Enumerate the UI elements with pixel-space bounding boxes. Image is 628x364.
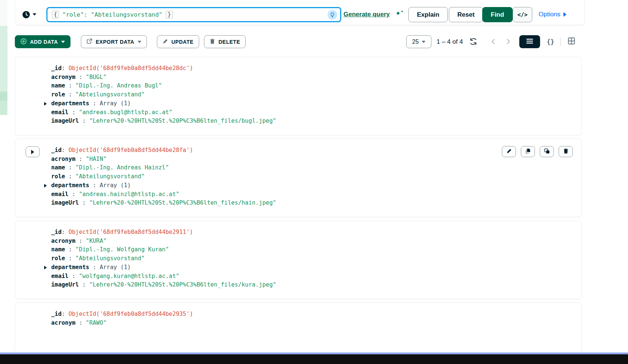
field-value: "BUGL" [86, 74, 106, 80]
field-key: role [51, 255, 65, 262]
field-key: _id [51, 229, 62, 235]
sparkle-icon: ✦✦ [395, 10, 404, 17]
field-key: role [51, 173, 65, 180]
document-field-row: _id: ObjectId('68df9feb0a8df5dd44be2935'… [51, 310, 193, 319]
document-card[interactable]: _id: ObjectId('68df9feb0a8df5dd44be2911'… [15, 221, 582, 299]
field-value: "andreas.hainzl@htlstp.ac.at" [79, 191, 180, 198]
field-separator: : [69, 191, 79, 198]
next-page-button[interactable] [504, 38, 512, 46]
field-key: email [51, 109, 69, 116]
sidebar-edge-strip [0, 0, 7, 26]
page-size-select[interactable]: 25 [406, 35, 431, 48]
query-filter-input[interactable]: { "role": "Abteilungsvorstand" } [46, 7, 341, 22]
delete-button[interactable]: DELETE [204, 35, 246, 48]
field-key: departments [51, 182, 89, 189]
copy-icon [525, 148, 531, 155]
field-value: "Abteilungsvorstand" [75, 91, 145, 98]
expand-document-button[interactable] [26, 146, 40, 157]
reset-button[interactable]: Reset [449, 7, 483, 22]
page-size-value: 25 [412, 39, 419, 45]
clone-document-button[interactable] [540, 146, 554, 157]
field-value: "Lehrer%20-%20HTL%20St.%20P%C3%B6lten_fi… [89, 199, 276, 206]
page-size-caret-icon [422, 41, 425, 43]
open-brace-token: { [52, 11, 59, 19]
ai-lightbulb-icon[interactable] [328, 10, 337, 20]
pencil-icon [162, 39, 168, 45]
field-separator: : [62, 229, 69, 235]
refresh-button[interactable] [469, 37, 478, 47]
trash-icon [210, 39, 215, 45]
field-value: Array (1) [100, 100, 131, 107]
delete-document-button[interactable] [559, 146, 573, 157]
sidebar-edge-strip [0, 92, 7, 101]
add-data-caret-icon [61, 41, 65, 43]
document-field-row: email : "andreas.bugl@htlstp.ac.at" [51, 108, 276, 117]
expand-caret-icon [31, 150, 34, 154]
options-link[interactable]: Options [539, 11, 566, 18]
history-caret-icon[interactable] [33, 13, 36, 16]
refresh-icon [469, 37, 478, 47]
field-key: _id [51, 147, 62, 153]
copy-document-button[interactable] [521, 146, 535, 157]
clock-icon [22, 11, 30, 20]
document-fields: _id: ObjectId('68df9feb0a8df5dd44be28dc'… [51, 64, 276, 126]
field-separator: : [79, 118, 89, 124]
document-field-row: role : "Abteilungsvorstand" [51, 254, 276, 263]
trash-icon [563, 148, 569, 155]
json-view-toggle[interactable]: {} [542, 35, 559, 48]
document-field-row: _id: ObjectId('68df9feb0a8df5dd44be2911'… [51, 228, 276, 237]
field-value: "Dipl.-Ing. Wolfgang Kuran" [75, 246, 169, 253]
list-view-toggle[interactable] [519, 35, 540, 48]
document-fields: _id: ObjectId('68df9feb0a8df5dd44be28fa'… [51, 146, 276, 208]
prev-page-button[interactable] [490, 38, 497, 46]
field-value: ObjectId('68df9feb0a8df5dd44be2911') [69, 229, 193, 235]
document-card[interactable]: _id: ObjectId('68df9feb0a8df5dd44be28dc'… [15, 57, 582, 135]
field-key: acronym [51, 74, 75, 80]
field-value: ObjectId('68df9feb0a8df5dd44be2935') [69, 311, 193, 317]
field-key: acronym [51, 238, 75, 244]
field-separator: : [62, 147, 69, 153]
generate-query-link[interactable]: Generate query [343, 11, 390, 18]
export-icon [86, 38, 92, 45]
query-text[interactable]: "role": "Abteilungsvorstand" [62, 11, 162, 18]
options-caret-icon [563, 12, 566, 17]
expand-field-icon[interactable] [44, 102, 47, 106]
document-field-row: imageUrl : "Lehrer%20-%20HTL%20St.%20P%C… [51, 117, 276, 126]
field-separator: : [65, 91, 75, 98]
edit-document-button[interactable] [502, 146, 516, 157]
field-value: Array (1) [100, 264, 131, 271]
document-card[interactable]: _id: ObjectId('68df9feb0a8df5dd44be28fa'… [15, 139, 582, 217]
document-field-row: departments : Array (1) [51, 181, 276, 190]
table-view-toggle[interactable] [563, 35, 579, 48]
field-separator: : [69, 109, 79, 116]
list-view-icon [526, 38, 533, 46]
field-key: _id [51, 65, 62, 72]
expand-field-icon[interactable] [44, 184, 47, 188]
document-field-row: role : "Abteilungsvorstand" [51, 90, 276, 99]
field-value: "HAIN" [86, 156, 106, 162]
field-separator: : [89, 100, 100, 107]
add-data-button[interactable]: ADD DATA [15, 35, 70, 48]
field-key: imageUrl [51, 118, 79, 124]
update-button[interactable]: UPDATE [157, 35, 199, 48]
field-separator: : [65, 164, 75, 171]
document-field-row: name : "Dipl.-Ing. Andreas Bugl" [51, 82, 276, 90]
field-value: ObjectId('68df9feb0a8df5dd44be28fa') [69, 147, 193, 153]
field-separator: : [65, 173, 75, 180]
chevron-left-icon [490, 38, 497, 46]
field-value: "Dipl.-Ing. Andreas Hainzl" [75, 164, 169, 171]
expand-field-icon[interactable] [44, 266, 47, 269]
field-separator: : [65, 82, 75, 89]
field-key: email [51, 273, 69, 279]
field-key: name [51, 82, 65, 89]
query-history-button[interactable] [22, 11, 30, 20]
field-value: "wolfgang.kuran@htlstp.ac.at" [79, 273, 180, 279]
sidebar-edge-strip [0, 26, 7, 92]
field-key: name [51, 246, 65, 253]
find-button[interactable]: Find [482, 7, 513, 22]
explain-button[interactable]: Explain [408, 7, 448, 22]
field-value: "RAWO" [86, 320, 106, 326]
export-data-button[interactable]: EXPORT DATA [81, 35, 147, 48]
field-key: _id [51, 311, 62, 317]
code-toggle-button[interactable]: </> [513, 7, 532, 22]
